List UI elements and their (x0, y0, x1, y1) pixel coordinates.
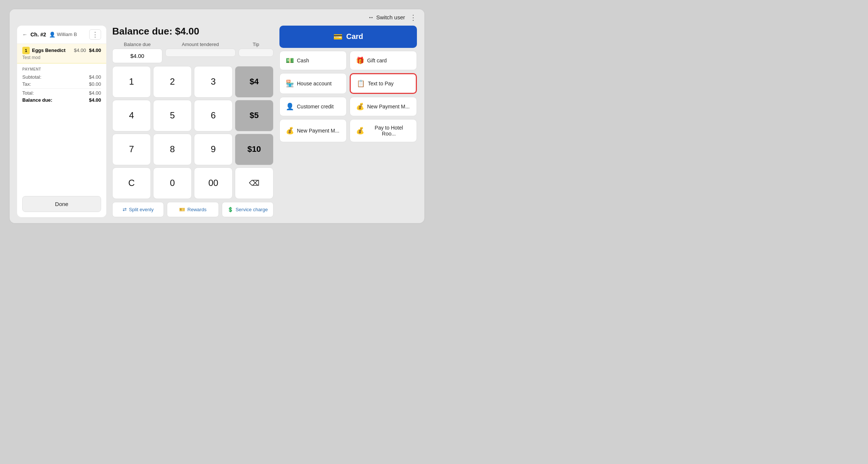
order-item: 1 Eggs Benedict $4.00 $4.00 Test mod (17, 44, 106, 63)
numpad-3[interactable]: 3 (194, 66, 233, 98)
back-icon[interactable]: ← (22, 32, 27, 37)
numpad-8[interactable]: 8 (153, 134, 192, 165)
numpad-0[interactable]: 0 (153, 167, 192, 199)
cash-button[interactable]: 💵 Cash (279, 51, 347, 70)
item-name: Eggs Benedict (32, 48, 74, 53)
more-button[interactable]: ⋮ (409, 13, 417, 22)
numpad: 1 2 3 $4 4 5 6 $5 7 8 9 $10 C 0 00 ⌫ (112, 66, 273, 199)
house-account-icon: 🏪 (286, 79, 294, 88)
numpad-5[interactable]: 5 (153, 100, 192, 131)
switch-user-button[interactable]: ↔ Switch user (368, 14, 405, 21)
rewards-icon: 🎫 (179, 207, 185, 212)
user-name: William B (57, 32, 77, 37)
total-row: Total: $4.00 (22, 88, 101, 96)
switch-user-label: Switch user (376, 14, 405, 20)
item-price: $4.00 (74, 48, 86, 53)
order-title: Ch. #2 (30, 32, 46, 37)
numpad-clear[interactable]: C (112, 167, 151, 199)
cash-icon: 💵 (286, 56, 294, 65)
item-mod: Test mod (22, 54, 101, 60)
amount-row: Balance due $4.00 Amount tendered Tip (112, 42, 273, 63)
numpad-2[interactable]: 2 (153, 66, 192, 98)
numpad-6[interactable]: 6 (194, 100, 233, 131)
text-to-pay-icon: 📋 (357, 79, 365, 88)
order-header: ← Ch. #2 👤 William B ⋮ (17, 26, 106, 44)
numpad-backspace[interactable]: ⌫ (235, 167, 273, 199)
tip-box[interactable] (239, 49, 273, 57)
main-content: ← Ch. #2 👤 William B ⋮ 1 Eggs Benedict $… (10, 26, 424, 223)
balance-due-title: Balance due: $4.00 (112, 26, 273, 37)
middle-panel: Balance due: $4.00 Balance due $4.00 Amo… (112, 26, 273, 217)
numpad-4[interactable]: 4 (112, 100, 151, 131)
service-charge-icon: 💲 (227, 207, 233, 212)
right-panel: 💳 Card 💵 Cash 🎁 Gift card 🏪 House accoun… (279, 26, 417, 217)
tax-row: Tax: $0.00 (22, 81, 101, 87)
hotel-room-button[interactable]: 💰 Pay to Hotel Roo... (350, 119, 417, 142)
split-evenly-button[interactable]: ⇄ Split evenly (112, 202, 164, 217)
split-evenly-icon: ⇄ (123, 207, 127, 212)
payment-label: PAYMENT (22, 67, 101, 71)
hotel-room-icon: 💰 (356, 127, 364, 135)
numpad-00[interactable]: 00 (194, 167, 233, 199)
item-number: 1 (22, 47, 30, 54)
house-account-button[interactable]: 🏪 House account (279, 73, 347, 94)
gift-card-button[interactable]: 🎁 Gift card (350, 51, 417, 70)
order-menu-button[interactable]: ⋮ (89, 29, 101, 40)
customer-credit-button[interactable]: 👤 Customer credit (279, 97, 347, 116)
new-payment-2-button[interactable]: 💰 New Payment M... (279, 119, 347, 142)
new-payment-2-icon: 💰 (286, 127, 294, 135)
text-to-pay-button[interactable]: 📋 Text to Pay (350, 73, 417, 94)
top-bar: ↔ Switch user ⋮ (10, 9, 424, 26)
user-info: 👤 William B (49, 32, 77, 37)
order-header-left: ← Ch. #2 👤 William B (22, 32, 77, 37)
numpad-preset-5[interactable]: $5 (235, 100, 273, 131)
payment-section: PAYMENT Subtotal: $4.00 Tax: $0.00 Total… (17, 63, 106, 192)
rewards-button[interactable]: 🎫 Rewards (167, 202, 218, 217)
item-total: $4.00 (89, 48, 101, 53)
balance-row: Balance due: $4.00 (22, 97, 101, 103)
numpad-1[interactable]: 1 (112, 66, 151, 98)
pos-screen: ↔ Switch user ⋮ ← Ch. #2 👤 William B ⋮ (9, 9, 425, 224)
gift-card-icon: 🎁 (356, 56, 364, 65)
user-icon: 👤 (49, 32, 55, 37)
done-button[interactable]: Done (22, 196, 101, 212)
card-button[interactable]: 💳 Card (279, 26, 417, 48)
bottom-actions: ⇄ Split evenly 🎫 Rewards 💲 Service charg… (112, 202, 273, 217)
left-panel: ← Ch. #2 👤 William B ⋮ 1 Eggs Benedict $… (17, 26, 106, 217)
new-payment-1-button[interactable]: 💰 New Payment M... (350, 97, 417, 116)
numpad-preset-10[interactable]: $10 (235, 134, 273, 165)
backspace-icon: ⌫ (249, 179, 259, 187)
customer-credit-icon: 👤 (286, 102, 294, 111)
service-charge-button[interactable]: 💲 Service charge (222, 202, 273, 217)
subtotal-row: Subtotal: $4.00 (22, 74, 101, 80)
balance-due-box: $4.00 (112, 49, 162, 63)
new-payment-1-icon: 💰 (356, 102, 364, 111)
numpad-9[interactable]: 9 (194, 134, 233, 165)
card-icon: 💳 (333, 32, 343, 41)
switch-user-icon: ↔ (368, 14, 374, 21)
payment-options-grid: 💵 Cash 🎁 Gift card 🏪 House account 📋 Tex… (279, 51, 417, 142)
amount-tendered-box[interactable] (165, 49, 236, 57)
numpad-preset-4[interactable]: $4 (235, 66, 273, 98)
numpad-7[interactable]: 7 (112, 134, 151, 165)
